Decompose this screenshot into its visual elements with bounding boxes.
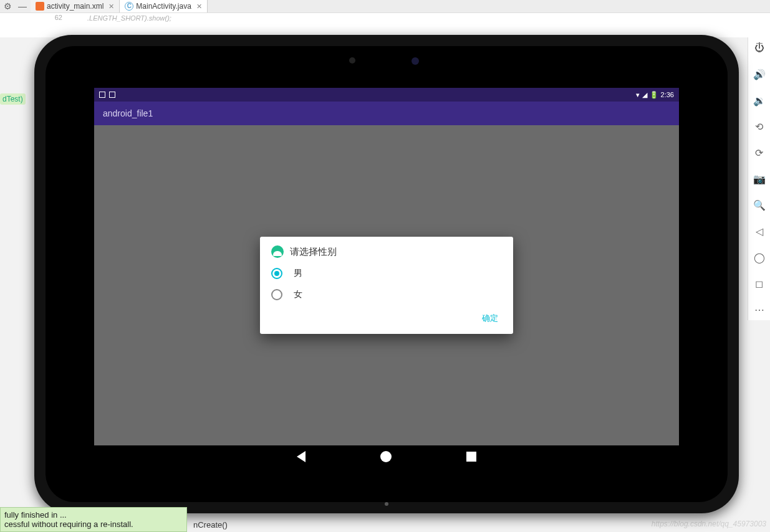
radio-button-unchecked-icon xyxy=(271,289,282,300)
app-bar: android_file1 xyxy=(94,102,679,125)
emulator-sidebar: – ⏻ 🔊 🔉 ⟲ ⟳ 📷 🔍 ◁ ◯ ◻ ⋯ xyxy=(748,37,770,320)
overview-square-icon[interactable]: ◻ xyxy=(753,277,766,290)
status-bar: ▾ ◢ 🔋 2:36 xyxy=(94,88,679,102)
nav-recent-icon[interactable] xyxy=(466,452,476,462)
dialog-actions: 确定 xyxy=(260,305,513,330)
radio-option-male[interactable]: 男 xyxy=(260,263,513,284)
tablet-device-frame: ▾ ◢ 🔋 2:36 android_file1 请选择性别 男 xyxy=(34,35,739,513)
back-triangle-icon[interactable]: ◁ xyxy=(753,224,766,238)
radio-option-female[interactable]: 女 xyxy=(260,284,513,305)
close-tab-icon[interactable]: ✕ xyxy=(108,2,114,11)
oncreate-fragment: nCreate() xyxy=(193,520,228,530)
zoom-icon[interactable]: 🔍 xyxy=(753,198,766,212)
code-editor-background: 62 .LENGTH_SHORT).show(); xyxy=(0,12,770,37)
rotate-right-icon[interactable]: ⟳ xyxy=(753,146,766,159)
success-line: fully finished in ... xyxy=(4,510,183,520)
radio-label: 女 xyxy=(294,289,302,300)
partial-test-label: dTest) xyxy=(0,93,26,105)
rotate-left-icon[interactable]: ⟲ xyxy=(753,120,766,133)
line-gutter: 62 xyxy=(46,13,65,22)
volume-up-icon[interactable]: 🔊 xyxy=(753,67,766,81)
gender-dialog: 请选择性别 男 女 确定 xyxy=(260,237,513,334)
app-content: 请选择性别 男 女 确定 xyxy=(94,125,679,445)
minimize-icon[interactable]: — xyxy=(18,1,27,11)
wifi-icon: ▾ xyxy=(636,91,640,99)
dialog-title: 请选择性别 xyxy=(290,246,337,258)
settings-gear-icon[interactable]: ⚙ xyxy=(4,1,12,11)
confirm-button[interactable]: 确定 xyxy=(477,310,503,326)
tab-main-activity-java[interactable]: C MainActivity.java ✕ xyxy=(120,0,207,12)
battery-icon: 🔋 xyxy=(650,91,658,99)
camera-lens-icon xyxy=(411,57,419,65)
home-indicator-icon xyxy=(385,502,388,506)
dialog-title-row: 请选择性别 xyxy=(260,237,513,263)
radio-label: 男 xyxy=(294,268,302,279)
app-title: android_file1 xyxy=(103,108,153,118)
minimize-icon[interactable]: – xyxy=(756,36,763,49)
xml-file-icon xyxy=(36,2,44,11)
ide-tab-strip: ⚙ — activity_main.xml ✕ C MainActivity.j… xyxy=(0,0,770,12)
signal-icon: ◢ xyxy=(642,91,647,99)
tab-label: MainActivity.java xyxy=(136,2,191,11)
android-head-icon xyxy=(271,245,284,258)
success-line: cessful without requiring a re-install. xyxy=(4,520,183,529)
nav-back-icon[interactable] xyxy=(297,451,306,462)
camera-icon[interactable]: 📷 xyxy=(753,172,766,186)
line-number: 62 xyxy=(46,13,62,22)
status-app-icon xyxy=(99,92,105,98)
camera-dot-icon xyxy=(349,57,355,64)
watermark: https://blog.csdn.net/qq_45973003 xyxy=(652,520,766,528)
code-fragment: .LENGTH_SHORT).show(); xyxy=(87,14,171,22)
radio-button-checked-icon xyxy=(271,268,282,279)
tab-activity-main-xml[interactable]: activity_main.xml ✕ xyxy=(31,0,120,12)
tablet-screen: ▾ ◢ 🔋 2:36 android_file1 请选择性别 男 xyxy=(94,88,679,468)
close-tab-icon[interactable]: ✕ xyxy=(196,2,202,11)
tab-label: activity_main.xml xyxy=(47,2,103,11)
status-app-icon xyxy=(109,92,115,98)
build-success-box: fully finished in ... cessful without re… xyxy=(0,507,187,532)
more-icon[interactable]: ⋯ xyxy=(753,303,766,316)
android-nav-bar xyxy=(94,445,679,468)
volume-down-icon[interactable]: 🔉 xyxy=(753,93,766,107)
status-time: 2:36 xyxy=(661,91,674,98)
nav-home-icon[interactable] xyxy=(380,451,392,462)
java-file-icon: C xyxy=(125,2,133,11)
home-circle-icon[interactable]: ◯ xyxy=(753,250,766,264)
